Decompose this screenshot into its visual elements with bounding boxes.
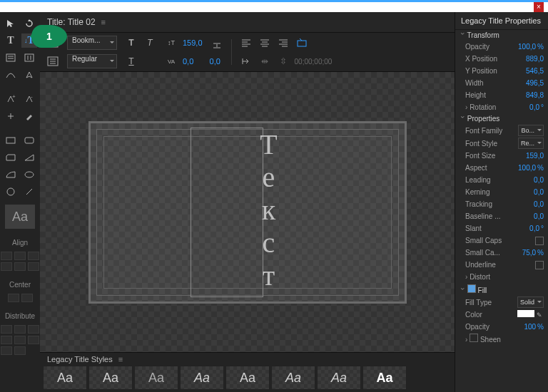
rounded-rect-tool[interactable]	[21, 133, 37, 148]
center-h[interactable]	[8, 294, 19, 302]
add-anchor-tool[interactable]: +	[3, 92, 19, 106]
style-swatch-6[interactable]: Aa	[271, 366, 315, 390]
area-type-tool[interactable]	[3, 51, 19, 65]
clipped-rect-tool[interactable]	[3, 150, 19, 165]
height-value[interactable]: 849,8	[526, 90, 544, 100]
align-center-button[interactable]	[258, 36, 272, 50]
align-left[interactable]	[1, 252, 12, 260]
vertical-area-type-tool[interactable]	[21, 51, 37, 65]
path-type-tool[interactable]	[3, 68, 19, 82]
smallcapssize-label: Small Ca...	[465, 247, 500, 258]
align-right-button[interactable]	[276, 36, 290, 50]
opacity-label: Opacity	[465, 41, 489, 52]
align-bottom[interactable]	[28, 262, 39, 271]
style-swatch-4[interactable]: Aa	[180, 366, 224, 390]
type-tool[interactable]: T	[3, 33, 19, 48]
dist-2[interactable]	[14, 325, 26, 334]
dist-7[interactable]	[1, 346, 12, 355]
eyedropper-icon[interactable]: ✎	[537, 310, 544, 317]
fill-checkbox[interactable]	[467, 284, 476, 293]
dist-6[interactable]	[28, 336, 39, 344]
dist-5[interactable]	[14, 336, 26, 344]
align-vcenter[interactable]	[14, 262, 26, 271]
selection-tool[interactable]	[3, 16, 19, 31]
ellipse-tool[interactable]	[21, 167, 37, 182]
rotation-value[interactable]: 0,0	[529, 103, 539, 111]
center-section-label: Center	[9, 281, 31, 289]
delete-anchor-tool[interactable]: -	[21, 92, 37, 106]
close-button[interactable]: ×	[534, 2, 544, 12]
properties-section[interactable]: › Properties	[455, 113, 548, 124]
ypos-value[interactable]: 546,5	[526, 66, 544, 76]
wedge-tool[interactable]	[21, 150, 37, 165]
center-v[interactable]	[21, 294, 33, 302]
line-tool[interactable]	[21, 185, 37, 199]
style-swatch-8[interactable]: Aa	[362, 366, 407, 390]
smallcapssize-value[interactable]: 75,0	[522, 249, 536, 257]
dist-3[interactable]	[28, 325, 39, 334]
fontstyle-dropdown[interactable]: Re...	[518, 138, 544, 149]
width-label: Width	[465, 78, 484, 88]
transform-section[interactable]: › Transform	[455, 30, 548, 41]
styles-menu-icon[interactable]: ≡	[118, 355, 123, 363]
align-left-button[interactable]	[239, 36, 253, 50]
leading-value[interactable]: 0,0	[210, 57, 220, 66]
ypos-label: Y Position	[465, 66, 497, 76]
font-family-dropdown[interactable]: Bookm...	[67, 36, 117, 50]
opacity-value[interactable]: 100,0	[518, 43, 536, 51]
distribute-v-button[interactable]: ⇳	[276, 54, 290, 68]
align-hcenter[interactable]	[14, 252, 26, 260]
slant-value[interactable]: 0,0	[529, 225, 539, 232]
roll-crawl-icon[interactable]	[46, 54, 60, 68]
kerning-value[interactable]: 0,0	[183, 57, 193, 66]
convert-anchor-tool[interactable]	[3, 109, 19, 123]
style-swatch-7[interactable]: Aa	[317, 366, 361, 390]
glyph-3: к	[255, 193, 283, 227]
dist-1[interactable]	[1, 325, 12, 334]
xpos-value[interactable]: 889,0	[526, 53, 544, 64]
baseline-value[interactable]: 0,0	[534, 211, 544, 222]
fontsize-value[interactable]: 159,0	[526, 150, 544, 161]
pen-tool[interactable]	[21, 68, 37, 82]
underline-button[interactable]: T	[124, 54, 138, 68]
smallcaps-checkbox[interactable]	[535, 237, 544, 245]
italic-button[interactable]: T	[143, 36, 157, 50]
arc-tool[interactable]	[3, 167, 19, 182]
glyph-1: Т	[255, 128, 283, 161]
size-value[interactable]: 159,0	[183, 38, 203, 47]
distribute-h-button[interactable]: ⇹	[258, 54, 272, 68]
font-style-dropdown[interactable]: Regular	[67, 54, 117, 68]
canvas[interactable]: Т е к с т	[40, 72, 455, 352]
panel-menu-icon[interactable]: ≡	[101, 18, 106, 26]
style-swatch-2[interactable]: Aa	[88, 366, 133, 390]
fill-section[interactable]: › Fill	[455, 283, 548, 296]
sheen-checkbox[interactable]	[470, 334, 478, 342]
underline-checkbox[interactable]	[535, 261, 544, 269]
tab-button[interactable]	[239, 54, 253, 68]
leading-prop-value[interactable]: 0,0	[534, 175, 544, 185]
aspect-value[interactable]: 100,0	[518, 164, 536, 172]
eyedropper-tool[interactable]	[21, 109, 37, 123]
color-chip[interactable]	[517, 310, 534, 317]
show-video-button[interactable]	[295, 36, 309, 50]
svg-line-12	[26, 189, 32, 195]
style-swatch-3[interactable]: Aa	[134, 366, 178, 390]
width-value[interactable]: 496,5	[526, 78, 544, 88]
fontfamily-dropdown[interactable]: Bo...	[518, 125, 544, 136]
bold-button[interactable]: T	[124, 36, 138, 50]
circle-tool[interactable]	[3, 185, 19, 199]
text-bounding-box[interactable]	[191, 128, 263, 297]
fill-opacity-value[interactable]: 100	[524, 323, 536, 331]
kerning-icon: VA	[164, 54, 178, 68]
style-swatch-5[interactable]: Aa	[225, 366, 270, 390]
align-top[interactable]	[1, 262, 12, 271]
dist-8[interactable]	[14, 346, 26, 355]
align-right[interactable]	[28, 252, 39, 260]
dist-4[interactable]	[1, 336, 12, 344]
filltype-dropdown[interactable]: Solid	[517, 296, 544, 308]
style-swatch-1[interactable]: Aa	[43, 366, 87, 390]
title-stage[interactable]: Т е к с т	[88, 121, 407, 304]
tracking-value[interactable]: 0,0	[534, 199, 544, 210]
rectangle-tool[interactable]	[3, 133, 19, 148]
kerning-prop-value[interactable]: 0,0	[534, 187, 544, 197]
